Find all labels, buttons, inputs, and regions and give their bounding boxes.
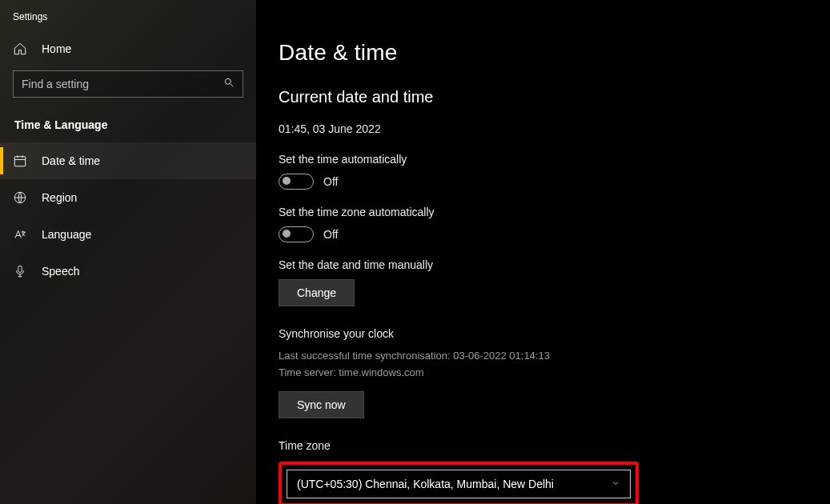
nav-home[interactable]: Home xyxy=(0,34,256,64)
date-time-icon xyxy=(13,154,27,168)
timezone-select[interactable]: (UTC+05:30) Chennai, Kolkata, Mumbai, Ne… xyxy=(287,470,631,498)
sidebar-item-label: Language xyxy=(42,228,91,241)
search-icon xyxy=(223,77,235,91)
sidebar-item-label: Speech xyxy=(42,265,79,278)
globe-icon xyxy=(13,190,27,205)
sidebar-item-label: Date & time xyxy=(42,154,100,167)
language-icon xyxy=(13,227,27,242)
toggle-knob xyxy=(283,177,291,185)
sidebar-item-speech[interactable]: Speech xyxy=(0,253,256,290)
current-date-time-heading: Current date and time xyxy=(279,88,808,106)
sidebar-item-language[interactable]: Language xyxy=(0,216,256,253)
main-content: Date & time Current date and time 01:45,… xyxy=(256,0,830,504)
page-title: Date & time xyxy=(279,40,808,66)
nav-home-label: Home xyxy=(42,42,71,55)
sync-now-button[interactable]: Sync now xyxy=(279,391,364,418)
sidebar-section-heading: Time & Language xyxy=(0,112,256,142)
timezone-selected-value: (UTC+05:30) Chennai, Kolkata, Mumbai, Ne… xyxy=(297,478,554,490)
sync-last-line: Last successful time synchronisation: 03… xyxy=(279,348,808,365)
search-input-wrap[interactable] xyxy=(13,70,243,98)
svg-rect-7 xyxy=(18,266,22,272)
svg-rect-2 xyxy=(14,157,26,166)
toggle-knob xyxy=(283,230,291,238)
app-title: Settings xyxy=(0,6,256,34)
auto-time-label: Set the time automatically xyxy=(279,153,808,166)
timezone-label: Time zone xyxy=(279,439,808,452)
auto-timezone-label: Set the time zone automatically xyxy=(279,206,808,218)
auto-timezone-toggle[interactable] xyxy=(279,226,314,242)
sidebar-item-label: Region xyxy=(42,191,77,204)
svg-point-0 xyxy=(225,78,231,84)
sidebar-item-date-time[interactable]: Date & time xyxy=(0,142,256,179)
home-icon xyxy=(13,42,27,56)
sync-clock-heading: Synchronise your clock xyxy=(279,327,808,340)
sidebar: Settings Home Time & Language Date & tim… xyxy=(0,0,256,504)
sync-server-line: Time server: time.windows.com xyxy=(279,365,808,382)
chevron-down-icon xyxy=(611,478,620,490)
svg-line-1 xyxy=(231,84,234,87)
auto-timezone-state: Off xyxy=(323,228,338,241)
sidebar-item-region[interactable]: Region xyxy=(0,179,256,216)
timezone-highlight-box: (UTC+05:30) Chennai, Kolkata, Mumbai, Ne… xyxy=(279,462,639,504)
current-date-time-value: 01:45, 03 June 2022 xyxy=(279,122,808,135)
change-button[interactable]: Change xyxy=(279,279,355,306)
search-input[interactable] xyxy=(22,78,223,90)
auto-time-toggle[interactable] xyxy=(279,174,314,190)
auto-time-state: Off xyxy=(323,175,338,188)
microphone-icon xyxy=(13,264,27,278)
manual-time-label: Set the date and time manually xyxy=(279,258,808,271)
